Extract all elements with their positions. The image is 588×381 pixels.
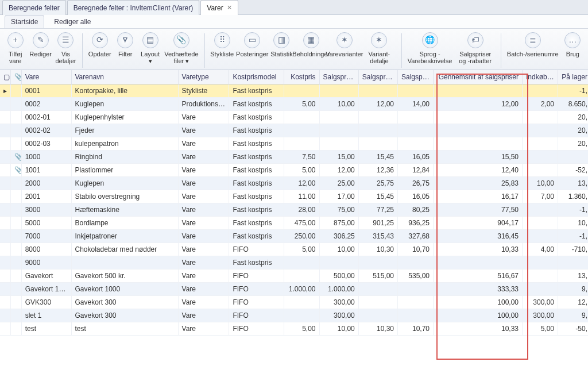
edit-icon: ✎ xyxy=(33,32,49,48)
table-row[interactable]: 📎1000RingbindVareFast kostpris7,5015,001… xyxy=(0,151,588,164)
column-header-navn[interactable]: Varenavn xyxy=(71,70,178,84)
column-header-s1[interactable]: Salgspris 1 xyxy=(319,70,358,84)
attachment-icon xyxy=(11,230,22,243)
row-indicator xyxy=(0,256,11,270)
column-header-sel[interactable]: ▢ xyxy=(0,70,11,84)
attachment-icon xyxy=(11,243,22,256)
table-row[interactable]: 0002-01KuglepenhylsterVareFast kostpris2… xyxy=(0,111,588,124)
row-indicator xyxy=(0,203,11,217)
ribbon-tabstrip: StartsideRediger alle xyxy=(0,15,588,29)
table-row[interactable]: 3000HæftemaskineVareFast kostpris28,0075… xyxy=(0,203,588,217)
bom-button[interactable]: ⠿Stykliste xyxy=(209,31,235,59)
table-row[interactable]: 9000VareFast kostpris xyxy=(0,256,588,270)
column-header-vare[interactable]: Vare xyxy=(21,70,71,84)
cell-s3: 16,05 xyxy=(397,151,433,164)
row-indicator: ▸ xyxy=(0,84,11,98)
toolbar-button-label: Vedhæftede filer ▾ xyxy=(164,51,198,64)
table-row[interactable]: Gavekort 1000Gavekort 1000VareFIFO1.000,… xyxy=(0,283,588,296)
update-button[interactable]: ⟳Opdater xyxy=(87,31,113,59)
add-button[interactable]: +Tilføj vare xyxy=(3,31,27,66)
filter-button[interactable]: ⛛Filter xyxy=(114,31,137,59)
table-row[interactable]: 0002-02FjederVareFast kostpris20, xyxy=(0,124,588,137)
document-tab[interactable]: Beregnede felter : InvItemClient (Varer) xyxy=(67,0,200,15)
update-icon: ⟳ xyxy=(92,32,108,48)
table-row[interactable]: 0002-03kulepenpatronVareFast kostpris20, xyxy=(0,137,588,151)
data-grid[interactable]: ▢📎VareVarenavnVaretypeKostprismodelKostp… xyxy=(0,70,588,381)
filter-icon: ⛛ xyxy=(117,32,133,48)
variants-button[interactable]: ✶Varevarianter xyxy=(328,31,361,59)
table-row[interactable]: 5000BordlampeVareFast kostpris475,00875,… xyxy=(0,217,588,230)
toolbar-button-label: Salgspriser og -rabatter xyxy=(455,51,495,64)
cell-avg: 10,33 xyxy=(434,243,523,256)
column-header-avg[interactable]: Gennemsnit af salgspriser xyxy=(434,70,523,84)
cell-s2: 12,36 xyxy=(358,164,397,177)
edit-button[interactable]: ✎Rediger xyxy=(28,31,53,59)
table-row[interactable]: 📎1001PlastlommerVareFast kostpris5,0012,… xyxy=(0,164,588,177)
table-row[interactable]: ▸0001Kontorpakke, lilleStyklisteFast kos… xyxy=(0,84,588,98)
column-header-kost[interactable]: Kostpris xyxy=(284,70,319,84)
lang-button[interactable]: 🌐Sprog - Varebeskrivelse xyxy=(407,31,453,66)
table-row[interactable]: GavekortGavekort 500 kr.VareFIFO500,0051… xyxy=(0,270,588,283)
cell-s2: 10,30 xyxy=(358,322,397,336)
cell-s3: 936,25 xyxy=(397,217,433,230)
table-row[interactable]: 8000Chokoladebar med nødderVareFIFO5,001… xyxy=(0,243,588,256)
cell-s2: 315,43 xyxy=(358,230,397,243)
column-header-type[interactable]: Varetype xyxy=(178,70,229,84)
ribbon-tab[interactable]: Startside xyxy=(5,15,44,28)
brug-button[interactable]: …Brug xyxy=(561,31,585,59)
document-tab[interactable]: Varer✕ xyxy=(200,0,238,15)
column-header-ind[interactable]: Indkøbsp… xyxy=(523,70,558,84)
cell-navn: Ringbind xyxy=(71,151,178,164)
cell-s3 xyxy=(397,309,433,322)
cell-vare: 0002 xyxy=(21,98,71,111)
cell-lager: 20, xyxy=(558,111,588,124)
stats-button[interactable]: ▥Statistik xyxy=(269,31,294,59)
cell-model: Fast kostpris xyxy=(229,230,284,243)
table-row[interactable]: 7000InkjetpatronerVareFast kostpris250,0… xyxy=(0,230,588,243)
cell-navn: Hæftemaskine xyxy=(71,203,178,217)
cell-navn: Stabilo overstregning xyxy=(71,190,178,203)
prices-button[interactable]: 🏷Salgspriser og -rabatter xyxy=(454,31,496,66)
cell-model: Fast kostpris xyxy=(229,151,284,164)
cell-avg: 100,00 xyxy=(434,296,523,309)
document-tab[interactable]: Beregnede felter xyxy=(2,0,66,15)
cell-model: FIFO xyxy=(229,296,284,309)
column-header-s2[interactable]: Salgspris 2 xyxy=(358,70,397,84)
stock-button[interactable]: ▦Beholdninger xyxy=(295,31,327,59)
column-header-clip[interactable]: 📎 xyxy=(11,70,22,84)
cell-type: Vare xyxy=(178,177,229,190)
add-icon: + xyxy=(7,32,24,48)
table-row[interactable]: 2000KuglepenVareFast kostpris12,0025,002… xyxy=(0,177,588,190)
toolbar-separator xyxy=(501,33,501,68)
cell-s1: 875,00 xyxy=(319,217,358,230)
column-header-lager[interactable]: På lager xyxy=(558,70,588,84)
table-row[interactable]: slet 1Gavekort 300VareFIFO300,00100,0030… xyxy=(0,309,588,322)
cell-lager: 13, xyxy=(558,270,588,283)
post-button[interactable]: ▭Posteringer xyxy=(236,31,268,59)
cell-lager: 12, xyxy=(558,296,588,309)
cell-s1: 15,00 xyxy=(319,151,358,164)
cell-vare: Gavekort xyxy=(21,270,71,283)
batch-button[interactable]: ≣Batch-/serienumre xyxy=(506,31,560,59)
cell-vare: 7000 xyxy=(21,230,71,243)
toolbar-separator xyxy=(82,33,83,68)
cell-type: Stykliste xyxy=(178,84,229,98)
column-header-model[interactable]: Kostprismodel xyxy=(229,70,284,84)
cell-lager: -1, xyxy=(558,84,588,98)
cell-ind xyxy=(523,151,558,164)
cell-kost: 5,00 xyxy=(284,322,319,336)
files-button[interactable]: 📎Vedhæftede filer ▾ xyxy=(163,31,199,66)
cell-kost xyxy=(284,84,319,98)
variantd-button[interactable]: ✶Variant-detalje xyxy=(362,31,397,66)
column-header-s3[interactable]: Salgspris 3 xyxy=(397,70,433,84)
table-row[interactable]: 2001Stabilo overstregningVareFast kostpr… xyxy=(0,190,588,203)
row-indicator xyxy=(0,217,11,230)
table-row[interactable]: testtestVareFIFO5,0010,0010,3010,7010,33… xyxy=(0,322,588,336)
layout-button[interactable]: ▤Layout ▾ xyxy=(138,31,162,66)
table-row[interactable]: 0002KuglepenProduktionsst…Fast kostpris5… xyxy=(0,98,588,111)
close-icon[interactable]: ✕ xyxy=(227,4,232,11)
ribbon-tab[interactable]: Rediger alle xyxy=(48,15,97,28)
cell-vare: slet 1 xyxy=(21,309,71,322)
table-row[interactable]: GVK300Gavekort 300VareFIFO300,00100,0030… xyxy=(0,296,588,309)
details-button[interactable]: ☰Vis detaljer xyxy=(54,31,78,66)
